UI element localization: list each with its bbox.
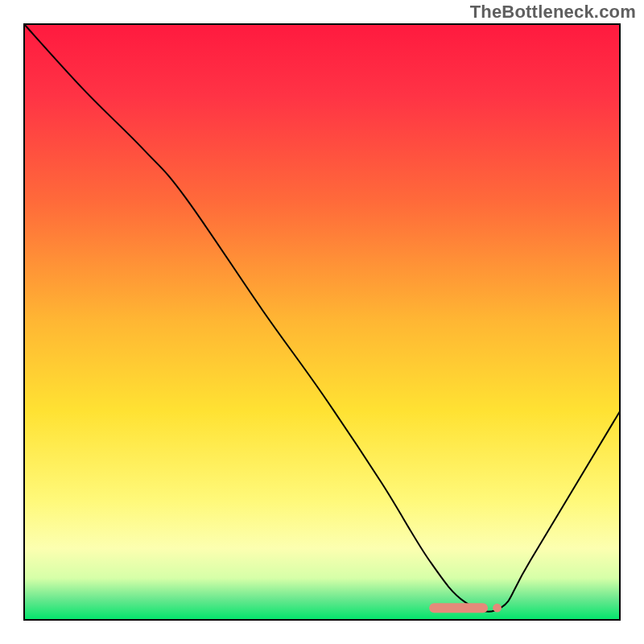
optimal-range-dot: [493, 604, 502, 613]
bottleneck-chart: [0, 0, 644, 644]
optimal-range-bar: [429, 603, 488, 613]
plot-background: [24, 24, 620, 620]
chart-container: TheBottleneck.com: [0, 0, 644, 644]
watermark-text: TheBottleneck.com: [470, 2, 636, 23]
